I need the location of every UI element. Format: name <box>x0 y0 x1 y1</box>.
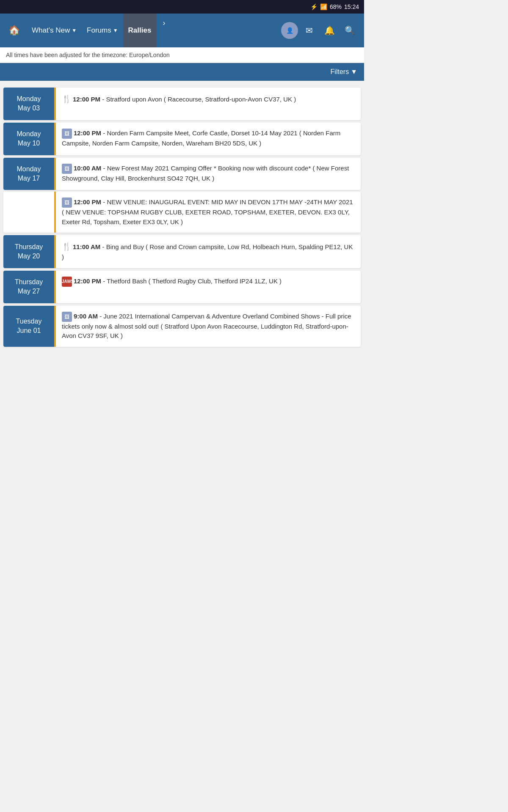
event-day-name: Monday <box>17 165 41 174</box>
home-icon: 🏠 <box>8 25 20 36</box>
event-date-placeholder <box>3 192 54 233</box>
event-description: - June 2021 International Campervan & Ad… <box>62 313 351 340</box>
event-month: May 17 <box>18 174 40 183</box>
nav-home-button[interactable]: 🏠 <box>2 14 27 47</box>
forums-chevron: ▼ <box>113 27 118 33</box>
filters-chevron: ▼ <box>351 68 357 76</box>
avatar-icon: 👤 <box>286 27 293 34</box>
event-description: - Thetford Bash ( Thetford Rugby Club, T… <box>103 277 282 285</box>
notifications-button[interactable]: 🔔 <box>320 21 339 40</box>
event-description: - New Forest May 2021 Camping Offer * Bo… <box>62 165 349 182</box>
event-date: Thursday May 20 <box>3 235 54 268</box>
event-row[interactable]: Monday May 17 🖼10:00 AM - New Forest May… <box>3 158 361 190</box>
search-icon: 🔍 <box>345 25 355 36</box>
filters-bar: Filters ▼ <box>0 63 364 81</box>
event-day-name: Monday <box>17 94 41 104</box>
bell-icon: 🔔 <box>324 25 335 36</box>
event-row[interactable]: 🖼12:00 PM - NEW VENUE: INAUGURAL EVENT: … <box>3 192 361 233</box>
forums-label: Forums <box>87 26 111 35</box>
event-day-name: Tuesday <box>16 317 42 326</box>
event-time: 12:00 PM <box>74 277 101 285</box>
status-bar: ⚡ 📶 68% 15:24 <box>0 0 364 14</box>
whats-new-chevron: ▼ <box>72 27 77 33</box>
event-content: 🖼12:00 PM - Norden Farm Campsite Meet, C… <box>54 123 361 155</box>
event-row[interactable]: Monday May 10 🖼12:00 PM - Norden Farm Ca… <box>3 123 361 155</box>
nav-whats-new[interactable]: What's New ▼ <box>27 14 82 47</box>
battery-level: 68% <box>330 3 342 10</box>
event-time: 9:00 AM <box>74 313 98 320</box>
event-description: - Norden Farm Campsite Meet, Corfe Castl… <box>62 129 340 147</box>
navbar: 🏠 What's New ▼ Forums ▼ Rallies › 👤 ✉ 🔔 … <box>0 14 364 47</box>
event-description: - Stratford upon Avon ( Racecourse, Stra… <box>102 96 296 103</box>
timezone-notice: All times have been adjusted for the tim… <box>0 47 364 63</box>
event-row[interactable]: Tuesday June 01 🖼9:00 AM - June 2021 Int… <box>3 306 361 347</box>
more-icon: › <box>163 19 165 27</box>
event-content: 🖼12:00 PM - NEW VENUE: INAUGURAL EVENT: … <box>54 192 361 233</box>
event-month: June 01 <box>17 326 41 335</box>
avatar-button[interactable]: 👤 <box>281 22 298 39</box>
event-time: 12:00 PM <box>74 198 101 206</box>
wifi-icon: 📶 <box>320 3 327 10</box>
clock: 15:24 <box>344 3 359 10</box>
event-content: 🖼9:00 AM - June 2021 International Campe… <box>54 306 361 347</box>
event-time: 12:00 PM <box>73 96 100 103</box>
event-day-name: Thursday <box>15 277 43 287</box>
event-date: Tuesday June 01 <box>3 306 54 347</box>
event-content: 🖼10:00 AM - New Forest May 2021 Camping … <box>54 158 361 190</box>
nav-forums[interactable]: Forums ▼ <box>82 14 123 47</box>
event-month: May 20 <box>18 252 40 261</box>
rallies-label: Rallies <box>128 26 152 35</box>
whats-new-label: What's New <box>32 26 70 35</box>
nav-right-icons: 👤 ✉ 🔔 🔍 <box>281 14 362 47</box>
filters-label: Filters <box>331 68 349 76</box>
mail-icon: ✉ <box>306 25 313 36</box>
event-date: Thursday May 27 <box>3 271 54 303</box>
event-month: May 03 <box>18 104 40 113</box>
mail-button[interactable]: ✉ <box>300 21 318 40</box>
search-button[interactable]: 🔍 <box>340 21 359 40</box>
event-time: 10:00 AM <box>74 165 101 172</box>
event-content: JAWS12:00 PM - Thetford Bash ( Thetford … <box>54 271 361 303</box>
event-date: Monday May 10 <box>3 123 54 155</box>
event-month: May 27 <box>18 287 40 296</box>
event-time: 12:00 PM <box>74 129 101 137</box>
events-list: Monday May 03 🍴12:00 PM - Stratford upon… <box>0 81 364 354</box>
event-month: May 10 <box>18 139 40 148</box>
event-time: 11:00 AM <box>73 243 100 250</box>
nav-rallies[interactable]: Rallies <box>123 14 157 47</box>
event-row[interactable]: Thursday May 20 🍴11:00 AM - Bing and Buy… <box>3 235 361 268</box>
event-row[interactable]: Monday May 03 🍴12:00 PM - Stratford upon… <box>3 88 361 120</box>
event-day-name: Thursday <box>15 242 43 252</box>
bluetooth-icon: ⚡ <box>310 3 318 10</box>
event-row[interactable]: Thursday May 27 JAWS12:00 PM - Thetford … <box>3 271 361 303</box>
nav-more-button[interactable]: › <box>156 14 171 32</box>
event-date: Monday May 17 <box>3 158 54 190</box>
event-day-name: Monday <box>17 129 41 139</box>
status-icons: ⚡ 📶 68% 15:24 <box>310 3 359 10</box>
event-content: 🍴11:00 AM - Bing and Buy ( Rose and Crow… <box>54 235 361 268</box>
event-description: - NEW VENUE: INAUGURAL EVENT: MID MAY IN… <box>62 198 353 225</box>
event-description: - Bing and Buy ( Rose and Crown campsite… <box>62 243 353 261</box>
event-content: 🍴12:00 PM - Stratford upon Avon ( Raceco… <box>54 88 361 120</box>
filters-button[interactable]: Filters ▼ <box>331 68 357 76</box>
event-date: Monday May 03 <box>3 88 54 120</box>
